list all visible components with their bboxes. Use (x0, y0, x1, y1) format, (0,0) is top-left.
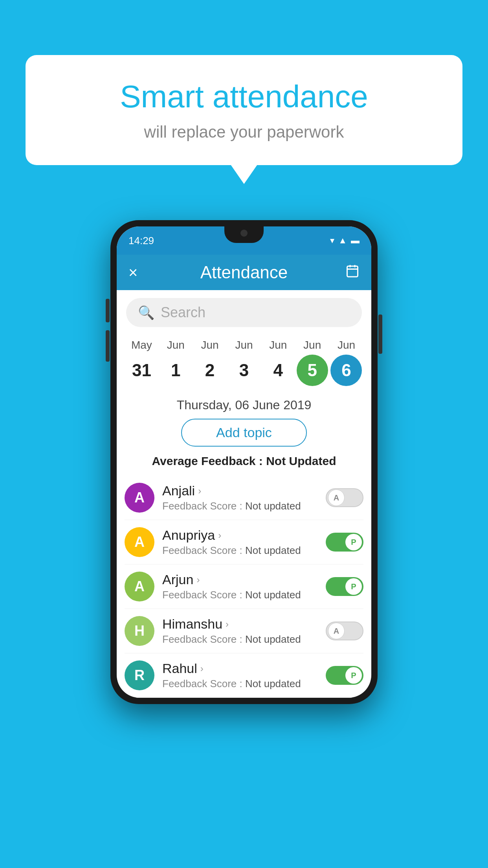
toggle-knob-3: A (328, 623, 345, 639)
average-feedback: Average Feedback : Not Updated (117, 454, 371, 468)
svg-rect-0 (347, 266, 358, 277)
toggle-knob-2: P (345, 578, 362, 595)
power-button[interactable] (378, 314, 382, 354)
attendance-toggle-1[interactable]: P (326, 533, 363, 552)
search-placeholder: Search (161, 304, 205, 321)
front-camera (240, 230, 248, 237)
student-item-1[interactable]: AAnupriya ›Feedback Score : Not updatedP (125, 520, 363, 565)
selected-date-display: Thursday, 06 June 2019 (117, 398, 371, 412)
attendance-toggle-3[interactable]: A (326, 622, 363, 640)
search-bar[interactable]: 🔍 Search (126, 298, 362, 327)
phone-notch (224, 226, 264, 243)
student-list: AAnjali ›Feedback Score : Not updatedAAA… (117, 476, 371, 698)
phone-wrapper: 14:29 ▾ ▲ ▬ × Attendance (110, 220, 378, 704)
calendar-date-5[interactable]: 5 (297, 355, 328, 386)
calendar-months-row: MayJunJunJunJunJunJun (125, 339, 363, 351)
student-avatar-4: R (125, 660, 154, 690)
speech-bubble-title: Smart attendance (57, 79, 431, 115)
chevron-icon-0: › (198, 485, 201, 497)
calendar-date-3[interactable]: 3 (228, 355, 260, 386)
student-info-3: Himanshu ›Feedback Score : Not updated (162, 616, 326, 645)
student-item-4[interactable]: RRahul ›Feedback Score : Not updatedP (125, 653, 363, 698)
add-topic-button[interactable]: Add topic (181, 419, 307, 447)
close-button[interactable]: × (128, 264, 152, 281)
calendar-month-2: Jun (194, 339, 226, 351)
app-bar-title: Attendance (152, 263, 336, 282)
volume-down-button[interactable] (106, 330, 110, 362)
phone-outer: 14:29 ▾ ▲ ▬ × Attendance (110, 220, 378, 704)
signal-icon: ▲ (338, 235, 347, 246)
student-name-2: Arjun › (162, 572, 326, 587)
student-info-4: Rahul ›Feedback Score : Not updated (162, 661, 326, 690)
student-name-1: Anupriya › (162, 528, 326, 543)
chevron-icon-1: › (218, 530, 221, 541)
toggle-knob-4: P (345, 667, 362, 684)
attendance-toggle-4[interactable]: P (326, 666, 363, 685)
avg-feedback-value: Not Updated (266, 454, 336, 467)
attendance-toggle-0[interactable]: A (326, 488, 363, 507)
status-bar: 14:29 ▾ ▲ ▬ (117, 226, 371, 255)
student-avatar-0: A (125, 483, 154, 513)
toggle-knob-1: P (345, 534, 362, 550)
feedback-score-0: Feedback Score : Not updated (162, 500, 326, 512)
student-info-2: Arjun ›Feedback Score : Not updated (162, 572, 326, 601)
calendar-month-6: Jun (330, 339, 362, 351)
student-info-0: Anjali ›Feedback Score : Not updated (162, 483, 326, 512)
status-icons: ▾ ▲ ▬ (330, 235, 360, 246)
calendar-dates-row[interactable]: 31123456 (125, 355, 363, 386)
speech-bubble: Smart attendance will replace your paper… (26, 55, 462, 165)
calendar-strip: MayJunJunJunJunJunJun 31123456 (117, 335, 371, 394)
calendar-icon[interactable] (336, 264, 360, 281)
student-info-1: Anupriya ›Feedback Score : Not updated (162, 528, 326, 557)
student-avatar-2: A (125, 572, 154, 601)
chevron-icon-4: › (200, 663, 204, 674)
student-name-0: Anjali › (162, 483, 326, 498)
calendar-month-0: May (126, 339, 157, 351)
app-bar: × Attendance (117, 255, 371, 290)
battery-icon: ▬ (351, 235, 360, 246)
student-avatar-1: A (125, 527, 154, 557)
feedback-score-1: Feedback Score : Not updated (162, 544, 326, 557)
feedback-score-4: Feedback Score : Not updated (162, 678, 326, 690)
volume-up-button[interactable] (106, 299, 110, 322)
feedback-score-2: Feedback Score : Not updated (162, 589, 326, 601)
chevron-icon-2: › (196, 574, 200, 585)
calendar-date-2[interactable]: 2 (194, 355, 226, 386)
student-item-2[interactable]: AArjun ›Feedback Score : Not updatedP (125, 565, 363, 609)
toggle-knob-0: A (328, 489, 345, 506)
chevron-icon-3: › (226, 619, 229, 630)
calendar-month-4: Jun (262, 339, 294, 351)
feedback-score-3: Feedback Score : Not updated (162, 633, 326, 645)
search-icon: 🔍 (138, 305, 154, 320)
student-name-3: Himanshu › (162, 616, 326, 632)
student-name-4: Rahul › (162, 661, 326, 676)
student-avatar-3: H (125, 616, 154, 646)
calendar-month-5: Jun (297, 339, 328, 351)
avg-feedback-label: Average Feedback : (152, 454, 266, 467)
calendar-date-6[interactable]: 6 (330, 355, 362, 386)
calendar-date-0[interactable]: 31 (126, 355, 157, 386)
wifi-icon: ▾ (330, 235, 334, 246)
student-item-3[interactable]: HHimanshu ›Feedback Score : Not updatedA (125, 609, 363, 653)
speech-bubble-container: Smart attendance will replace your paper… (26, 55, 462, 165)
attendance-toggle-2[interactable]: P (326, 577, 363, 596)
calendar-month-3: Jun (228, 339, 260, 351)
status-time: 14:29 (128, 235, 154, 247)
calendar-month-1: Jun (160, 339, 191, 351)
calendar-date-1[interactable]: 1 (160, 355, 191, 386)
student-item-0[interactable]: AAnjali ›Feedback Score : Not updatedA (125, 476, 363, 520)
phone-screen: 14:29 ▾ ▲ ▬ × Attendance (117, 226, 371, 698)
calendar-date-4[interactable]: 4 (262, 355, 294, 386)
speech-bubble-subtitle: will replace your paperwork (57, 123, 431, 142)
